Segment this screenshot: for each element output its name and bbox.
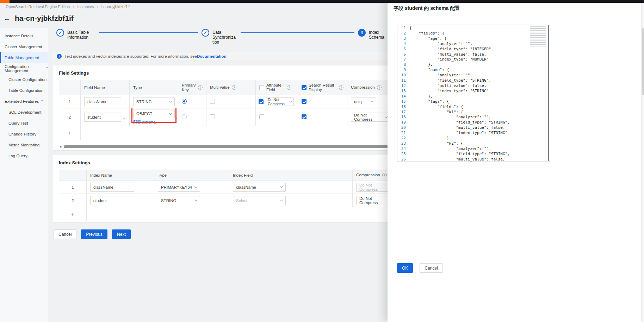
field-name-input[interactable]: [84, 113, 121, 122]
sidebar-item-sql-development[interactable]: SQL Development: [0, 107, 48, 118]
sidebar-item-cluster-management[interactable]: Cluster Management: [0, 41, 48, 52]
sidebar-item-metric-monitoring[interactable]: Metric Monitoring: [0, 139, 48, 150]
index-field-select[interactable]: Select: [233, 196, 286, 205]
banner-text: Text indexes and vector indexes are supp…: [64, 54, 197, 58]
breadcrumb-item-product[interactable]: OpenSearch Retrieval Engine Edition: [6, 5, 70, 9]
row-number: 1: [59, 95, 81, 108]
index-table-header-row: Index Name Type Index Field Compression?: [59, 170, 413, 181]
multi-value-checkbox[interactable]: [210, 114, 215, 119]
help-icon[interactable]: ?: [377, 85, 382, 90]
help-icon[interactable]: ?: [287, 85, 291, 90]
code-line: 13 "index_type": "STRING": [397, 89, 550, 94]
code-line: 12 "multi_value": false,: [397, 83, 550, 89]
step-1-label: Basic Table Information: [67, 30, 95, 40]
search-result-display-header-checkbox[interactable]: [302, 85, 306, 90]
help-icon[interactable]: ?: [382, 173, 387, 177]
help-icon[interactable]: ?: [339, 85, 343, 90]
page-scrollbar[interactable]: [641, 3, 644, 322]
code-line: 17 "k1": {: [397, 110, 550, 115]
page-scrollbar-thumb[interactable]: [642, 28, 644, 95]
field-name-input[interactable]: [84, 97, 121, 106]
cancel-button[interactable]: Cancel: [54, 229, 76, 239]
field-type-select[interactable]: STRING: [133, 97, 175, 106]
sidebar-item-label: Extended Features: [5, 99, 39, 103]
sidebar-item-label: Change History: [8, 132, 36, 136]
search-result-display-checkbox[interactable]: [302, 114, 306, 119]
select-value: Do Not Compress: [359, 196, 388, 205]
search-result-display-checkbox[interactable]: [302, 99, 306, 104]
stepper: ✓ Basic Table Information ✓ Data Synchro…: [56, 29, 386, 45]
col-header-index-field: Index Field: [229, 170, 353, 181]
sidebar-item-cluster-configuration[interactable]: Cluster Configuration: [0, 74, 48, 85]
row-number: 2: [59, 194, 87, 207]
code-line: 18 "analyzer": "",: [397, 115, 550, 120]
header-label: Multi-value: [210, 85, 230, 90]
sidebar-item-query-test[interactable]: Query Test: [0, 118, 48, 128]
header-label: Compression: [351, 85, 375, 90]
drawer-cancel-button[interactable]: Cancel: [420, 263, 442, 273]
configure-schema-link[interactable]: 配置 schema: [133, 120, 156, 125]
editor-scrollbar-thumb[interactable]: [548, 25, 549, 161]
step-2-label: Data Synchronization: [212, 30, 236, 45]
col-header-index-name: Index Name: [87, 170, 154, 181]
help-icon[interactable]: ?: [232, 85, 236, 90]
step-3-label: Index Schema: [369, 30, 386, 40]
index-field-select[interactable]: className: [233, 183, 286, 192]
field-type-select[interactable]: OBJECT: [133, 109, 175, 118]
select-value: className: [236, 185, 256, 189]
code-line: 22 },: [397, 136, 550, 141]
header-label: Compression: [356, 173, 380, 177]
field-row-1: 1 ... STRING... Do Not Compress uniq: [59, 95, 407, 108]
previous-button[interactable]: Previous: [81, 229, 107, 239]
help-icon[interactable]: ?: [198, 85, 203, 90]
documentation-link[interactable]: Documentation: [197, 54, 227, 58]
sidebar-item-log-query[interactable]: Log Query: [0, 150, 48, 161]
header-label: Primary Key: [182, 83, 196, 92]
compression-select[interactable]: uniq: [351, 97, 376, 106]
add-field-row-button[interactable]: +: [68, 130, 72, 136]
index-name-input[interactable]: [90, 196, 134, 205]
breadcrumb-separator: /: [97, 5, 98, 9]
multi-value-checkbox[interactable]: [210, 99, 215, 104]
collapse-caret-icon: ^: [46, 67, 48, 70]
attribute-field-header-checkbox[interactable]: [259, 85, 264, 90]
back-arrow-icon[interactable]: ←: [4, 15, 11, 22]
browser-top-strip: [0, 0, 644, 3]
select-value: uniq: [354, 100, 362, 104]
info-icon: i: [57, 54, 62, 59]
col-header-row-number: [59, 80, 81, 95]
code-line: 7 "index_type": "NUMBER": [397, 57, 550, 62]
code-line: 20 "multi_value": false,: [397, 125, 550, 131]
sidebar-group-extended-features[interactable]: Extended Features^: [0, 96, 48, 107]
scrollbar-thumb[interactable]: [64, 145, 389, 148]
index-add-row: +: [59, 207, 413, 221]
breadcrumb-item-instances[interactable]: Instances: [77, 5, 94, 9]
attribute-field-checkbox[interactable]: [259, 114, 264, 119]
code-line: 6 "multi_value": false,: [397, 52, 550, 57]
index-type-select[interactable]: STRING: [158, 196, 200, 205]
ok-button[interactable]: OK: [397, 263, 413, 273]
select-value: STRING: [136, 100, 151, 104]
sidebar-item-table-configuration[interactable]: Table Configuration: [0, 85, 48, 96]
minimap[interactable]: [530, 26, 546, 47]
chevron-down-icon: [385, 115, 388, 118]
sidebar-item-change-history[interactable]: Change History: [0, 128, 48, 139]
next-button[interactable]: Next: [112, 229, 131, 239]
scrollbar-track[interactable]: [64, 145, 398, 148]
sidebar-item-instance-details[interactable]: Instance Details: [0, 30, 48, 41]
index-type-select[interactable]: PRIMARYKEY64: [158, 183, 200, 192]
sidebar-group-configuration-management[interactable]: Configuration Management^: [0, 63, 48, 74]
add-index-row-button[interactable]: +: [71, 211, 75, 217]
index-settings-table: Index Name Type Index Field Compression?…: [59, 170, 413, 221]
scroll-left-arrow-icon[interactable]: ◄: [59, 145, 62, 149]
index-name-input[interactable]: [90, 183, 134, 192]
schema-code-editor[interactable]: 1{2 "fields": {3 "age": {4 "analyzer": "…: [397, 25, 550, 162]
sidebar-item-table-management[interactable]: Table Management: [0, 52, 48, 63]
chevron-down-icon: [169, 100, 172, 102]
attribute-compression-select[interactable]: Do Not Compress: [266, 97, 294, 106]
page-header: ← ha-cn-yjbkfzbf1if: [4, 14, 74, 23]
primary-key-radio[interactable]: [182, 114, 187, 119]
primary-key-radio[interactable]: [182, 99, 187, 104]
attribute-field-checkbox[interactable]: [259, 99, 264, 104]
compression-select[interactable]: Do Not Compress: [351, 113, 390, 122]
